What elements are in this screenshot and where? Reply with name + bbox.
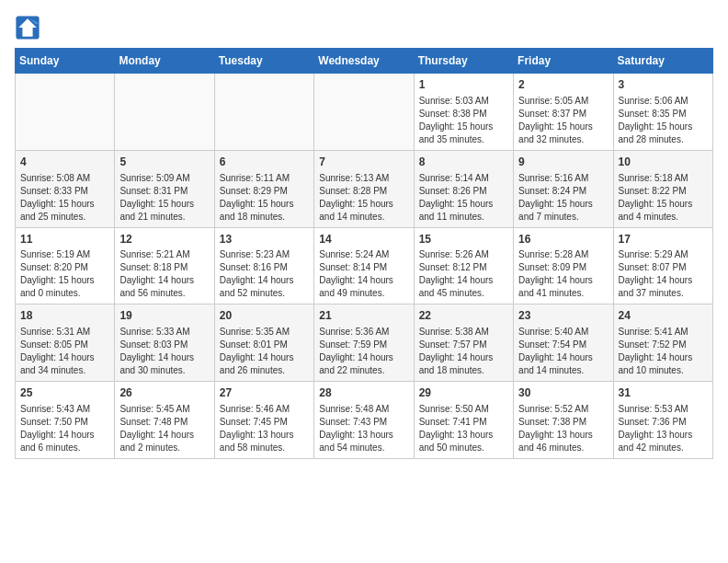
day-cell: 23Sunrise: 5:40 AM Sunset: 7:54 PM Dayli… bbox=[514, 304, 613, 382]
day-number: 5 bbox=[119, 155, 209, 170]
day-number: 16 bbox=[518, 232, 608, 247]
week-row-3: 11Sunrise: 5:19 AM Sunset: 8:20 PM Dayli… bbox=[16, 227, 713, 304]
day-cell: 15Sunrise: 5:26 AM Sunset: 8:12 PM Dayli… bbox=[414, 227, 513, 304]
day-info: Sunrise: 5:46 AM Sunset: 7:45 PM Dayligh… bbox=[220, 403, 309, 454]
day-cell: 24Sunrise: 5:41 AM Sunset: 7:52 PM Dayli… bbox=[613, 304, 712, 382]
day-number: 2 bbox=[518, 77, 608, 93]
day-info: Sunrise: 5:28 AM Sunset: 8:09 PM Dayligh… bbox=[518, 248, 608, 300]
day-info: Sunrise: 5:50 AM Sunset: 7:41 PM Dayligh… bbox=[419, 403, 508, 454]
column-header-saturday: Saturday bbox=[613, 49, 712, 74]
day-info: Sunrise: 5:06 AM Sunset: 8:35 PM Dayligh… bbox=[619, 95, 708, 146]
week-row-4: 18Sunrise: 5:31 AM Sunset: 8:05 PM Dayli… bbox=[16, 304, 713, 382]
day-cell: 7Sunrise: 5:13 AM Sunset: 8:28 PM Daylig… bbox=[314, 150, 414, 227]
logo bbox=[15, 15, 44, 40]
day-number: 27 bbox=[220, 385, 309, 401]
day-number: 13 bbox=[220, 232, 309, 247]
logo-icon bbox=[15, 15, 40, 40]
day-info: Sunrise: 5:09 AM Sunset: 8:31 PM Dayligh… bbox=[119, 172, 209, 224]
day-number: 23 bbox=[518, 308, 608, 324]
day-cell: 14Sunrise: 5:24 AM Sunset: 8:14 PM Dayli… bbox=[314, 227, 414, 304]
day-cell: 18Sunrise: 5:31 AM Sunset: 8:05 PM Dayli… bbox=[16, 304, 115, 382]
day-info: Sunrise: 5:48 AM Sunset: 7:43 PM Dayligh… bbox=[319, 403, 408, 454]
day-number: 11 bbox=[20, 232, 109, 247]
column-header-wednesday: Wednesday bbox=[314, 49, 414, 74]
day-info: Sunrise: 5:29 AM Sunset: 8:07 PM Dayligh… bbox=[619, 248, 708, 300]
day-cell: 2Sunrise: 5:05 AM Sunset: 8:37 PM Daylig… bbox=[514, 74, 613, 151]
day-cell: 13Sunrise: 5:23 AM Sunset: 8:16 PM Dayli… bbox=[214, 227, 313, 304]
day-cell: 1Sunrise: 5:03 AM Sunset: 8:38 PM Daylig… bbox=[414, 74, 513, 151]
day-number: 29 bbox=[419, 385, 508, 401]
day-cell: 25Sunrise: 5:43 AM Sunset: 7:50 PM Dayli… bbox=[16, 382, 115, 459]
day-number: 15 bbox=[419, 232, 508, 247]
day-cell bbox=[214, 74, 313, 151]
day-number: 6 bbox=[220, 155, 309, 170]
column-header-sunday: Sunday bbox=[16, 49, 115, 74]
day-info: Sunrise: 5:16 AM Sunset: 8:24 PM Dayligh… bbox=[518, 172, 608, 224]
day-cell: 19Sunrise: 5:33 AM Sunset: 8:03 PM Dayli… bbox=[115, 304, 214, 382]
day-cell: 11Sunrise: 5:19 AM Sunset: 8:20 PM Dayli… bbox=[16, 227, 115, 304]
day-info: Sunrise: 5:21 AM Sunset: 8:18 PM Dayligh… bbox=[119, 248, 209, 300]
day-cell: 8Sunrise: 5:14 AM Sunset: 8:26 PM Daylig… bbox=[414, 150, 513, 227]
day-info: Sunrise: 5:41 AM Sunset: 7:52 PM Dayligh… bbox=[619, 326, 708, 377]
day-info: Sunrise: 5:33 AM Sunset: 8:03 PM Dayligh… bbox=[119, 326, 209, 377]
day-number: 24 bbox=[619, 308, 708, 324]
column-header-friday: Friday bbox=[514, 49, 613, 74]
day-cell: 6Sunrise: 5:11 AM Sunset: 8:29 PM Daylig… bbox=[214, 150, 313, 227]
day-number: 17 bbox=[619, 232, 708, 247]
day-number: 1 bbox=[419, 77, 508, 93]
page-header bbox=[15, 15, 713, 40]
day-number: 12 bbox=[119, 232, 209, 247]
day-cell: 3Sunrise: 5:06 AM Sunset: 8:35 PM Daylig… bbox=[613, 74, 712, 151]
day-number: 30 bbox=[518, 385, 608, 401]
day-number: 25 bbox=[20, 385, 109, 401]
day-number: 3 bbox=[619, 77, 708, 93]
day-cell: 4Sunrise: 5:08 AM Sunset: 8:33 PM Daylig… bbox=[16, 150, 115, 227]
day-cell: 28Sunrise: 5:48 AM Sunset: 7:43 PM Dayli… bbox=[314, 382, 414, 459]
week-row-5: 25Sunrise: 5:43 AM Sunset: 7:50 PM Dayli… bbox=[16, 382, 713, 459]
day-cell: 21Sunrise: 5:36 AM Sunset: 7:59 PM Dayli… bbox=[314, 304, 414, 382]
day-cell: 27Sunrise: 5:46 AM Sunset: 7:45 PM Dayli… bbox=[214, 382, 313, 459]
day-info: Sunrise: 5:53 AM Sunset: 7:36 PM Dayligh… bbox=[619, 403, 708, 454]
day-info: Sunrise: 5:45 AM Sunset: 7:48 PM Dayligh… bbox=[119, 403, 209, 454]
week-row-1: 1Sunrise: 5:03 AM Sunset: 8:38 PM Daylig… bbox=[16, 74, 713, 151]
day-info: Sunrise: 5:03 AM Sunset: 8:38 PM Dayligh… bbox=[419, 95, 508, 146]
day-cell: 30Sunrise: 5:52 AM Sunset: 7:38 PM Dayli… bbox=[514, 382, 613, 459]
day-number: 10 bbox=[619, 155, 708, 170]
day-cell: 22Sunrise: 5:38 AM Sunset: 7:57 PM Dayli… bbox=[414, 304, 513, 382]
week-row-2: 4Sunrise: 5:08 AM Sunset: 8:33 PM Daylig… bbox=[16, 150, 713, 227]
day-info: Sunrise: 5:14 AM Sunset: 8:26 PM Dayligh… bbox=[419, 172, 508, 224]
day-cell: 9Sunrise: 5:16 AM Sunset: 8:24 PM Daylig… bbox=[514, 150, 613, 227]
day-info: Sunrise: 5:05 AM Sunset: 8:37 PM Dayligh… bbox=[518, 95, 608, 146]
day-info: Sunrise: 5:08 AM Sunset: 8:33 PM Dayligh… bbox=[20, 172, 109, 224]
column-header-thursday: Thursday bbox=[414, 49, 513, 74]
column-header-monday: Monday bbox=[115, 49, 214, 74]
day-cell: 17Sunrise: 5:29 AM Sunset: 8:07 PM Dayli… bbox=[613, 227, 712, 304]
day-info: Sunrise: 5:35 AM Sunset: 8:01 PM Dayligh… bbox=[220, 326, 309, 377]
day-info: Sunrise: 5:38 AM Sunset: 7:57 PM Dayligh… bbox=[419, 326, 508, 377]
day-cell: 12Sunrise: 5:21 AM Sunset: 8:18 PM Dayli… bbox=[115, 227, 214, 304]
day-number: 26 bbox=[119, 385, 209, 401]
day-info: Sunrise: 5:11 AM Sunset: 8:29 PM Dayligh… bbox=[220, 172, 309, 224]
day-number: 19 bbox=[119, 308, 209, 324]
day-cell: 20Sunrise: 5:35 AM Sunset: 8:01 PM Dayli… bbox=[214, 304, 313, 382]
day-info: Sunrise: 5:43 AM Sunset: 7:50 PM Dayligh… bbox=[20, 403, 109, 454]
day-info: Sunrise: 5:52 AM Sunset: 7:38 PM Dayligh… bbox=[518, 403, 608, 454]
day-cell: 10Sunrise: 5:18 AM Sunset: 8:22 PM Dayli… bbox=[613, 150, 712, 227]
day-info: Sunrise: 5:40 AM Sunset: 7:54 PM Dayligh… bbox=[518, 326, 608, 377]
day-cell: 31Sunrise: 5:53 AM Sunset: 7:36 PM Dayli… bbox=[613, 382, 712, 459]
day-number: 9 bbox=[518, 155, 608, 170]
day-number: 28 bbox=[319, 385, 408, 401]
header-row: SundayMondayTuesdayWednesdayThursdayFrid… bbox=[16, 49, 713, 74]
day-cell bbox=[314, 74, 414, 151]
day-info: Sunrise: 5:19 AM Sunset: 8:20 PM Dayligh… bbox=[20, 248, 109, 300]
day-info: Sunrise: 5:31 AM Sunset: 8:05 PM Dayligh… bbox=[20, 326, 109, 377]
calendar-table: SundayMondayTuesdayWednesdayThursdayFrid… bbox=[15, 48, 713, 459]
day-cell bbox=[16, 74, 115, 151]
day-number: 20 bbox=[220, 308, 309, 324]
day-number: 4 bbox=[20, 155, 109, 170]
day-info: Sunrise: 5:23 AM Sunset: 8:16 PM Dayligh… bbox=[220, 248, 309, 300]
day-number: 7 bbox=[319, 155, 408, 170]
day-cell bbox=[115, 74, 214, 151]
day-cell: 16Sunrise: 5:28 AM Sunset: 8:09 PM Dayli… bbox=[514, 227, 613, 304]
day-number: 22 bbox=[419, 308, 508, 324]
